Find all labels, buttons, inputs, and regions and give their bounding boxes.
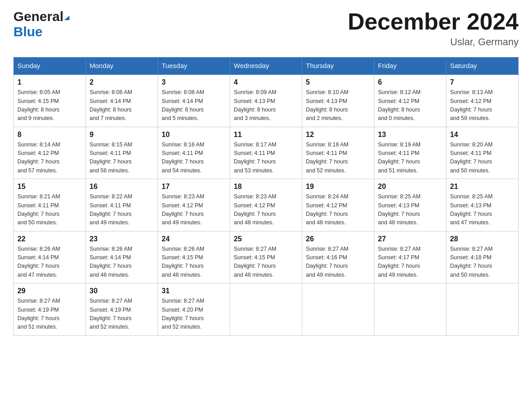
day-info: Sunrise: 8:10 AMSunset: 4:13 PMDaylight:… — [306, 88, 370, 123]
calendar-cell: 15Sunrise: 8:21 AMSunset: 4:11 PMDayligh… — [14, 179, 86, 231]
calendar-cell: 30Sunrise: 8:27 AMSunset: 4:19 PMDayligh… — [86, 283, 158, 336]
week-row-4: 22Sunrise: 8:26 AMSunset: 4:14 PMDayligh… — [14, 231, 519, 283]
column-header-thursday: Thursday — [302, 57, 374, 75]
calendar-cell: 1Sunrise: 8:05 AMSunset: 4:15 PMDaylight… — [14, 74, 86, 127]
day-info: Sunrise: 8:18 AMSunset: 4:11 PMDaylight:… — [306, 141, 370, 176]
day-info: Sunrise: 8:06 AMSunset: 4:14 PMDaylight:… — [90, 88, 154, 123]
calendar-cell: 3Sunrise: 8:08 AMSunset: 4:14 PMDaylight… — [158, 74, 230, 127]
day-info: Sunrise: 8:20 AMSunset: 4:11 PMDaylight:… — [450, 141, 515, 176]
day-number: 5 — [306, 78, 370, 86]
day-info: Sunrise: 8:23 AMSunset: 4:12 PMDaylight:… — [162, 193, 226, 227]
day-info: Sunrise: 8:24 AMSunset: 4:12 PMDaylight:… — [306, 193, 370, 227]
day-info: Sunrise: 8:27 AMSunset: 4:19 PMDaylight:… — [17, 297, 82, 332]
day-number: 31 — [162, 287, 226, 295]
day-info: Sunrise: 8:26 AMSunset: 4:14 PMDaylight:… — [17, 245, 82, 280]
calendar-cell: 20Sunrise: 8:25 AMSunset: 4:13 PMDayligh… — [374, 179, 446, 231]
logo: General Blue — [13, 9, 69, 39]
day-number: 18 — [234, 183, 298, 191]
day-info: Sunrise: 8:08 AMSunset: 4:14 PMDaylight:… — [162, 88, 226, 123]
day-number: 14 — [450, 131, 515, 139]
day-info: Sunrise: 8:13 AMSunset: 4:12 PMDaylight:… — [450, 88, 515, 123]
calendar-cell: 5Sunrise: 8:10 AMSunset: 4:13 PMDaylight… — [302, 74, 374, 127]
day-info: Sunrise: 8:12 AMSunset: 4:12 PMDaylight:… — [378, 88, 442, 123]
day-info: Sunrise: 8:25 AMSunset: 4:13 PMDaylight:… — [450, 193, 515, 227]
day-number: 25 — [234, 235, 298, 243]
day-number: 15 — [17, 183, 82, 191]
day-number: 12 — [306, 131, 370, 139]
column-header-sunday: Sunday — [14, 57, 86, 75]
day-info: Sunrise: 8:27 AMSunset: 4:15 PMDaylight:… — [234, 245, 298, 280]
day-number: 20 — [378, 183, 442, 191]
day-info: Sunrise: 8:25 AMSunset: 4:13 PMDaylight:… — [378, 193, 442, 227]
day-number: 22 — [17, 235, 82, 243]
day-number: 16 — [90, 183, 154, 191]
day-info: Sunrise: 8:27 AMSunset: 4:16 PMDaylight:… — [306, 245, 370, 280]
calendar-cell: 21Sunrise: 8:25 AMSunset: 4:13 PMDayligh… — [446, 179, 519, 231]
day-number: 4 — [234, 78, 298, 86]
day-number: 30 — [90, 287, 154, 295]
calendar-header-row: SundayMondayTuesdayWednesdayThursdayFrid… — [14, 57, 519, 75]
month-title: December 2024 — [348, 9, 519, 34]
day-info: Sunrise: 8:16 AMSunset: 4:11 PMDaylight:… — [162, 141, 226, 176]
calendar-cell: 6Sunrise: 8:12 AMSunset: 4:12 PMDaylight… — [374, 74, 446, 127]
day-info: Sunrise: 8:27 AMSunset: 4:19 PMDaylight:… — [90, 297, 154, 332]
day-info: Sunrise: 8:27 AMSunset: 4:18 PMDaylight:… — [450, 245, 515, 280]
location-label: Uslar, Germany — [348, 36, 519, 48]
day-number: 13 — [378, 131, 442, 139]
day-number: 26 — [306, 235, 370, 243]
day-info: Sunrise: 8:15 AMSunset: 4:11 PMDaylight:… — [90, 141, 154, 176]
calendar-cell: 7Sunrise: 8:13 AMSunset: 4:12 PMDaylight… — [446, 74, 519, 127]
day-info: Sunrise: 8:27 AMSunset: 4:17 PMDaylight:… — [378, 245, 442, 280]
calendar-cell: 13Sunrise: 8:19 AMSunset: 4:11 PMDayligh… — [374, 127, 446, 179]
week-row-5: 29Sunrise: 8:27 AMSunset: 4:19 PMDayligh… — [14, 283, 519, 336]
calendar-cell: 24Sunrise: 8:26 AMSunset: 4:15 PMDayligh… — [158, 231, 230, 283]
column-header-monday: Monday — [86, 57, 158, 75]
calendar-cell: 11Sunrise: 8:17 AMSunset: 4:11 PMDayligh… — [230, 127, 302, 179]
day-number: 6 — [378, 78, 442, 86]
day-number: 7 — [450, 78, 515, 86]
logo-general-text: General — [13, 9, 64, 24]
column-header-saturday: Saturday — [446, 57, 519, 75]
day-info: Sunrise: 8:21 AMSunset: 4:11 PMDaylight:… — [17, 193, 82, 227]
calendar-cell: 17Sunrise: 8:23 AMSunset: 4:12 PMDayligh… — [158, 179, 230, 231]
calendar-cell: 9Sunrise: 8:15 AMSunset: 4:11 PMDaylight… — [86, 127, 158, 179]
day-info: Sunrise: 8:19 AMSunset: 4:11 PMDaylight:… — [378, 141, 442, 176]
day-number: 21 — [450, 183, 515, 191]
calendar-cell — [374, 283, 446, 336]
day-number: 17 — [162, 183, 226, 191]
column-header-tuesday: Tuesday — [158, 57, 230, 75]
calendar-cell: 4Sunrise: 8:09 AMSunset: 4:13 PMDaylight… — [230, 74, 302, 127]
day-number: 9 — [90, 131, 154, 139]
day-info: Sunrise: 8:26 AMSunset: 4:15 PMDaylight:… — [162, 245, 226, 280]
calendar-cell: 14Sunrise: 8:20 AMSunset: 4:11 PMDayligh… — [446, 127, 519, 179]
calendar-cell: 2Sunrise: 8:06 AMSunset: 4:14 PMDaylight… — [86, 74, 158, 127]
day-number: 28 — [450, 235, 515, 243]
calendar-cell: 25Sunrise: 8:27 AMSunset: 4:15 PMDayligh… — [230, 231, 302, 283]
day-number: 24 — [162, 235, 226, 243]
logo-blue-text: Blue — [13, 24, 43, 39]
day-number: 27 — [378, 235, 442, 243]
calendar-cell: 27Sunrise: 8:27 AMSunset: 4:17 PMDayligh… — [374, 231, 446, 283]
calendar-cell: 8Sunrise: 8:14 AMSunset: 4:12 PMDaylight… — [14, 127, 86, 179]
day-number: 2 — [90, 78, 154, 86]
calendar-cell — [230, 283, 302, 336]
day-info: Sunrise: 8:23 AMSunset: 4:12 PMDaylight:… — [234, 193, 298, 227]
day-info: Sunrise: 8:22 AMSunset: 4:11 PMDaylight:… — [90, 193, 154, 227]
calendar-cell: 22Sunrise: 8:26 AMSunset: 4:14 PMDayligh… — [14, 231, 86, 283]
day-info: Sunrise: 8:17 AMSunset: 4:11 PMDaylight:… — [234, 141, 298, 176]
day-number: 19 — [306, 183, 370, 191]
day-number: 11 — [234, 131, 298, 139]
column-header-wednesday: Wednesday — [230, 57, 302, 75]
calendar-cell — [446, 283, 519, 336]
title-section: December 2024 Uslar, Germany — [348, 9, 519, 48]
calendar-cell: 23Sunrise: 8:26 AMSunset: 4:14 PMDayligh… — [86, 231, 158, 283]
day-info: Sunrise: 8:26 AMSunset: 4:14 PMDaylight:… — [90, 245, 154, 280]
day-number: 3 — [162, 78, 226, 86]
calendar-cell: 28Sunrise: 8:27 AMSunset: 4:18 PMDayligh… — [446, 231, 519, 283]
calendar-cell: 18Sunrise: 8:23 AMSunset: 4:12 PMDayligh… — [230, 179, 302, 231]
week-row-3: 15Sunrise: 8:21 AMSunset: 4:11 PMDayligh… — [14, 179, 519, 231]
week-row-2: 8Sunrise: 8:14 AMSunset: 4:12 PMDaylight… — [14, 127, 519, 179]
day-info: Sunrise: 8:14 AMSunset: 4:12 PMDaylight:… — [17, 141, 82, 176]
calendar-table: SundayMondayTuesdayWednesdayThursdayFrid… — [13, 57, 519, 336]
page-header: General Blue December 2024 Uslar, German… — [13, 9, 519, 48]
